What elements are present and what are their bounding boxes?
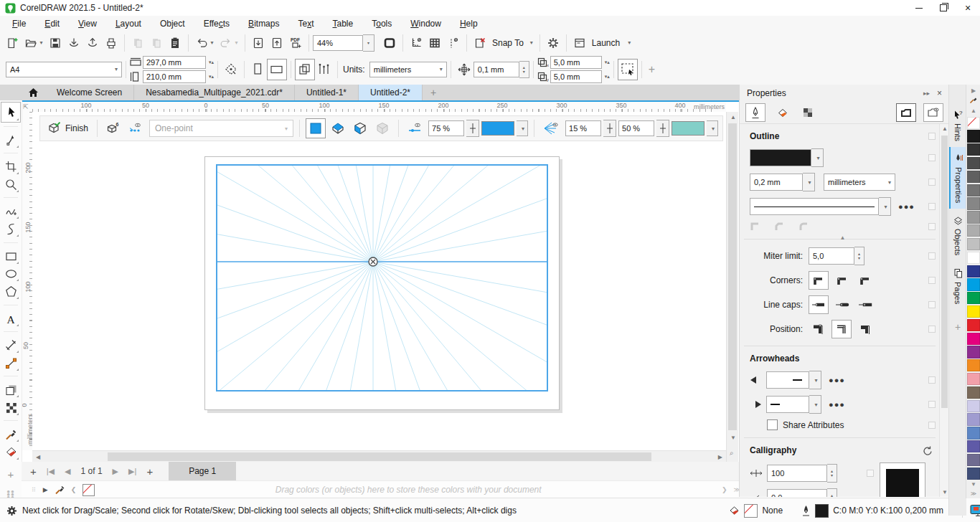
- page-height-spinner[interactable]: ▾▴: [209, 74, 214, 80]
- wireframe-view-icon[interactable]: [896, 103, 916, 122]
- zoom-level-select[interactable]: 44%: [313, 35, 363, 51]
- open-icon[interactable]: ▾: [22, 34, 46, 52]
- last-page-button[interactable]: ▶|: [128, 467, 136, 476]
- new-document-icon[interactable]: [3, 34, 22, 52]
- page-width-field[interactable]: 297,0 mm: [143, 56, 206, 69]
- close-docker-icon[interactable]: ×: [937, 88, 942, 98]
- color-swatch-23[interactable]: [967, 427, 980, 439]
- palette-scroll-right-icon[interactable]: ❯: [722, 486, 727, 493]
- collapse-docker-icon[interactable]: ▸▸: [923, 90, 930, 97]
- scroll-up-icon[interactable]: ▲: [730, 114, 736, 120]
- document-tab-2[interactable]: Nesabamedia_Multipage_2021.cdr*: [134, 85, 295, 100]
- horizon-color-swatch[interactable]: [481, 121, 514, 136]
- units-select[interactable]: millimeters▾: [369, 62, 447, 77]
- top-plane-button[interactable]: [328, 119, 348, 138]
- no-color-swatch[interactable]: [83, 484, 95, 496]
- properties-scroll-up-icon[interactable]: ▲: [942, 125, 948, 132]
- ruler-origin-icon[interactable]: ⇱: [23, 103, 29, 110]
- export-icon[interactable]: [268, 34, 286, 52]
- color-swatch-6[interactable]: [967, 197, 980, 209]
- outline-width-select[interactable]: 0,2 mm: [750, 174, 803, 191]
- collapse-section-icon[interactable]: ▲: [840, 234, 846, 241]
- show-all-planes-icon[interactable]: 6: [103, 119, 123, 138]
- tool-rectangle-icon[interactable]: [1, 247, 20, 265]
- cap-square-button[interactable]: [856, 296, 875, 313]
- color-swatch-9[interactable]: [967, 238, 980, 250]
- previous-page-button[interactable]: ◀: [65, 467, 70, 476]
- color-swatch-12[interactable]: [967, 278, 980, 290]
- page-area[interactable]: [204, 156, 560, 410]
- dock-tab-pages[interactable]: Pages: [949, 262, 966, 310]
- nudge-distance-field[interactable]: 0,1 mm: [473, 62, 519, 77]
- status-fill-swatch[interactable]: [744, 504, 758, 518]
- reset-calligraphy-icon[interactable]: [921, 445, 933, 457]
- tool-ellipse-icon[interactable]: [1, 265, 20, 283]
- menu-view[interactable]: View: [69, 17, 106, 30]
- cloud-upload-icon[interactable]: [83, 34, 102, 52]
- outline-units-select[interactable]: millimeters▾: [824, 174, 895, 191]
- page-width-spinner[interactable]: ▾▴: [209, 60, 214, 65]
- color-swatch-2[interactable]: [967, 143, 980, 156]
- start-arrowhead-select[interactable]: [766, 371, 809, 389]
- field-lines-opacity-slider[interactable]: [603, 120, 616, 137]
- all-pages-settings-icon[interactable]: [315, 60, 334, 80]
- palette-scroll-up-icon[interactable]: ▲: [971, 108, 976, 114]
- corner-bevel-button[interactable]: [856, 272, 875, 289]
- color-swatch-5[interactable]: [967, 184, 980, 196]
- color-swatch-17[interactable]: [967, 346, 980, 358]
- plane-fill-button[interactable]: [306, 118, 326, 138]
- field-color-swatch[interactable]: [672, 121, 705, 136]
- zoom-to-fit-icon[interactable]: ⌕: [730, 449, 734, 457]
- options-gear-icon[interactable]: [544, 34, 562, 52]
- no-color-swatch[interactable]: [967, 117, 980, 129]
- stretch-spinner[interactable]: ▴▾: [827, 464, 837, 483]
- vertical-scrollbar[interactable]: ▲ ▼ ⌕: [726, 112, 738, 462]
- scroll-right-icon[interactable]: ▶: [718, 454, 722, 460]
- menu-bitmaps[interactable]: Bitmaps: [239, 17, 288, 30]
- scroll-down-icon[interactable]: ▼: [730, 435, 736, 441]
- show-guidelines-icon[interactable]: [444, 34, 463, 52]
- tool-crop-icon[interactable]: [1, 158, 20, 176]
- color-swatch-16[interactable]: [967, 333, 980, 345]
- tab-outline-pen-icon[interactable]: [745, 103, 765, 122]
- tool-color-eyedropper-icon[interactable]: [1, 425, 20, 443]
- color-swatch-4[interactable]: [967, 171, 980, 183]
- snap-to-button[interactable]: Snap To▾: [489, 38, 536, 48]
- field-color-caret[interactable]: ▾: [707, 120, 718, 136]
- color-swatch-18[interactable]: [967, 359, 980, 371]
- color-swatch-15[interactable]: [967, 319, 980, 331]
- palette-eyedropper-icon[interactable]: [55, 485, 65, 495]
- page-1-tab[interactable]: Page 1: [169, 462, 236, 480]
- next-page-button[interactable]: ▶: [113, 467, 118, 476]
- duplicate-x-field[interactable]: 5,0 mm: [550, 56, 602, 69]
- menu-help[interactable]: Help: [451, 17, 487, 30]
- tab-fill-icon[interactable]: [773, 104, 791, 121]
- outline-color-caret[interactable]: ▾: [811, 148, 824, 167]
- menu-text[interactable]: Text: [288, 17, 323, 30]
- treat-as-filled-button[interactable]: [618, 59, 638, 80]
- horizon-color-caret[interactable]: ▾: [517, 120, 528, 136]
- start-arrowhead-more-button[interactable]: ●●●: [829, 376, 845, 384]
- landscape-orientation-button[interactable]: [267, 59, 287, 80]
- drawing-canvas[interactable]: Finish 6 One-point▾ 75 % ▾ 15 % 50 % ▾: [32, 112, 726, 450]
- position-inside-button[interactable]: [856, 321, 875, 338]
- nudge-spinner[interactable]: ▴▾: [519, 61, 529, 78]
- status-outline-swatch[interactable]: [815, 504, 829, 518]
- paste-icon[interactable]: [166, 34, 184, 52]
- status-gear-icon[interactable]: [6, 505, 18, 517]
- cloud-download-icon[interactable]: [65, 34, 83, 52]
- share-attributes-checkbox[interactable]: [767, 419, 778, 430]
- vertical-scroll-thumb[interactable]: [728, 123, 737, 430]
- line-style-more-button[interactable]: ●●●: [898, 202, 915, 211]
- publish-pdf-icon[interactable]: PDF: [286, 34, 305, 52]
- dock-tab-objects[interactable]: Objects: [949, 209, 966, 261]
- tool-freehand-icon[interactable]: [1, 202, 20, 220]
- end-arrowhead-select[interactable]: [766, 396, 809, 413]
- line-style-caret[interactable]: ▾: [879, 197, 891, 216]
- field-lines-opacity-field[interactable]: 15 %: [565, 120, 601, 136]
- current-page-settings-icon[interactable]: [295, 59, 315, 80]
- palette-scroll-down-icon[interactable]: ▼: [971, 481, 976, 488]
- color-swatch-14[interactable]: [967, 305, 980, 318]
- color-swatch-11[interactable]: [967, 265, 980, 277]
- customize-toolbox-button[interactable]: +: [8, 468, 14, 480]
